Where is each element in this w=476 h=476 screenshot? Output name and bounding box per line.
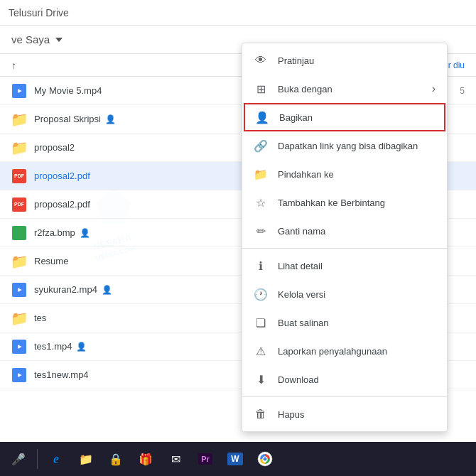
taskbar-explorer[interactable]: 📁 (73, 446, 99, 472)
file-type-icon (11, 225, 27, 241)
share-icon: 👤 (102, 285, 112, 295)
drive-saya-label[interactable]: ve Saya (11, 33, 63, 45)
menu-label-buat-salinan: Buat salinan (278, 318, 436, 328)
top-bar-title: Telusuri Drive (9, 7, 467, 18)
menu-divider (242, 396, 447, 397)
top-bar: Telusuri Drive (0, 0, 476, 26)
explorer-icon: 📁 (79, 453, 93, 466)
menu-item-buka-dengan[interactable]: ⊞ Buka dengan › (242, 75, 447, 103)
menu-item-kelola-versi[interactable]: 🕐 Kelola versi (242, 280, 447, 308)
menu-label-download: Download (278, 374, 436, 385)
menu-item-ganti-nama[interactable]: ✏ Ganti nama (242, 217, 447, 245)
lock-icon: 🔒 (109, 453, 123, 466)
menu-label-lihat-detail: Lihat detail (278, 261, 436, 271)
menu-icon-pratinjau: 👁 (254, 53, 268, 67)
context-menu: 👁 Pratinjau ⊞ Buka dengan › 👤 Bagikan 🔗 … (242, 43, 448, 432)
share-icon: 👤 (105, 114, 116, 124)
menu-item-dapatkan-link[interactable]: 🔗 Dapatkan link yang bisa dibagikan (242, 131, 447, 160)
menu-icon-laporkan: ⚠ (254, 344, 268, 358)
taskbar-premiere[interactable]: Pr (193, 446, 218, 472)
menu-label-ganti-nama: Ganti nama (278, 226, 436, 237)
sort-icon[interactable]: ↑ (11, 60, 16, 71)
taskbar-ie[interactable]: e (43, 446, 69, 472)
menu-icon-hapus: 🗑 (254, 407, 268, 421)
taskbar: 🎤e📁🔒🎁✉PrW (0, 442, 476, 476)
file-type-icon: ▶ (11, 282, 27, 298)
taskbar-mic[interactable]: 🎤 (6, 446, 31, 472)
menu-icon-lihat-detail: ℹ (254, 259, 268, 273)
menu-item-download[interactable]: ⬇ Download (242, 365, 447, 394)
menu-label-pratinjau: Pratinjau (278, 55, 436, 66)
menu-label-dapatkan-link: Dapatkan link yang bisa dibagikan (278, 141, 436, 151)
menu-label-pindahkan-ke: Pindahkan ke (278, 169, 436, 180)
taskbar-mail[interactable]: ✉ (163, 446, 188, 472)
menu-label-buka-dengan: Buka dengan (278, 84, 422, 94)
menu-item-pratinjau[interactable]: 👁 Pratinjau (242, 46, 447, 75)
ie-icon: e (53, 452, 59, 467)
file-type-icon: ▶ (11, 339, 27, 355)
menu-icon-ganti-nama: ✏ (254, 224, 268, 238)
mic-icon: 🎤 (11, 453, 26, 466)
menu-icon-download: ⬇ (254, 372, 268, 386)
menu-label-laporkan: Laporkan penyalahgunaan (278, 346, 436, 357)
menu-item-pindahkan-ke[interactable]: 📁 Pindahkan ke (242, 160, 447, 188)
chevron-down-icon (55, 38, 63, 42)
mail-icon: ✉ (171, 453, 180, 466)
file-type-icon: 📁 (11, 140, 27, 156)
menu-icon-dapatkan-link: 🔗 (254, 139, 268, 153)
menu-icon-buat-salinan: ❏ (254, 315, 268, 330)
menu-item-hapus[interactable]: 🗑 Hapus (242, 400, 447, 428)
menu-divider (242, 248, 447, 249)
file-type-icon: 📁 (11, 254, 27, 269)
menu-item-tambahkan-berbintang[interactable]: ☆ Tambahkan ke Berbintang (242, 188, 447, 217)
menu-label-tambahkan-berbintang: Tambahkan ke Berbintang (278, 198, 436, 208)
file-type-icon: 📁 (11, 112, 27, 127)
svg-point-3 (264, 458, 267, 461)
menu-item-laporkan[interactable]: ⚠ Laporkan penyalahgunaan (242, 337, 447, 365)
menu-icon-buka-dengan: ⊞ (254, 82, 268, 96)
menu-item-lihat-detail[interactable]: ℹ Lihat detail (242, 251, 447, 280)
menu-item-buat-salinan[interactable]: ❏ Buat salinan (242, 308, 447, 337)
menu-icon-tambahkan-berbintang: ☆ (254, 195, 268, 210)
menu-icon-bagikan: 👤 (255, 110, 269, 124)
taskbar-lock[interactable]: 🔒 (103, 446, 129, 472)
menu-icon-kelola-versi: 🕐 (254, 287, 268, 301)
file-type-icon: 📁 (11, 310, 27, 326)
menu-icon-pindahkan-ke: 📁 (254, 167, 268, 181)
file-type-icon: PDF (11, 168, 27, 184)
menu-label-bagikan: Bagikan (279, 112, 434, 123)
word-icon: W (227, 453, 242, 465)
taskbar-chrome[interactable] (252, 446, 278, 472)
gift-icon: 🎁 (139, 453, 153, 466)
taskbar-separator (37, 449, 38, 469)
file-type-icon: ▶ (11, 83, 27, 99)
file-type-icon: PDF (11, 197, 27, 212)
share-icon: 👤 (76, 342, 87, 352)
share-icon: 👤 (80, 228, 90, 238)
menu-label-hapus: Hapus (278, 409, 436, 420)
menu-item-bagikan[interactable]: 👤 Bagikan (244, 103, 445, 131)
taskbar-gift[interactable]: 🎁 (133, 446, 158, 472)
menu-label-kelola-versi: Kelola versi (278, 289, 436, 300)
premiere-icon: Pr (198, 453, 212, 465)
submenu-arrow: › (432, 82, 436, 95)
chrome-icon (257, 451, 273, 467)
taskbar-word[interactable]: W (222, 446, 248, 472)
file-type-icon: ▶ (11, 367, 27, 383)
